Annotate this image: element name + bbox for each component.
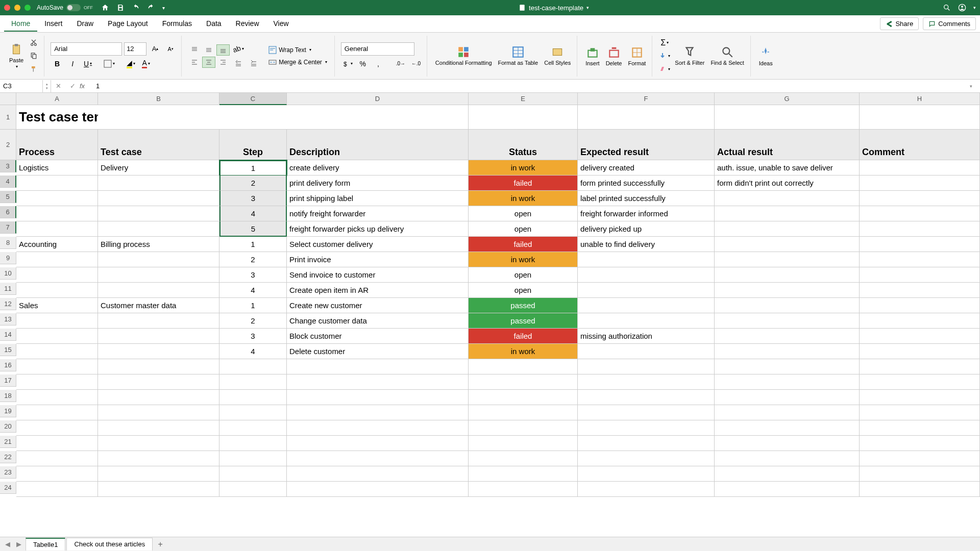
column-header[interactable]: A <box>16 93 98 105</box>
cell[interactable]: Sales <box>16 298 98 313</box>
cell[interactable] <box>469 374 578 390</box>
cell[interactable] <box>287 374 469 390</box>
cell[interactable] <box>715 374 860 390</box>
cell[interactable] <box>860 237 980 252</box>
cell[interactable]: in work <box>469 191 578 206</box>
delete-cells-button[interactable]: Delete <box>604 45 624 67</box>
search-icon[interactable] <box>943 4 951 12</box>
cell[interactable] <box>715 436 860 451</box>
row-header[interactable]: 1 <box>0 105 16 130</box>
cell[interactable]: unable to find delivery <box>578 237 715 252</box>
cell[interactable] <box>860 267 980 283</box>
cell[interactable] <box>287 451 469 466</box>
cell[interactable] <box>287 390 469 405</box>
decrease-decimal-button[interactable]: ←.0 <box>409 58 423 70</box>
autosave-toggle[interactable]: AutoSave OFF <box>37 4 93 11</box>
close-window-button[interactable] <box>4 5 10 11</box>
cell[interactable]: Test case template <box>16 105 98 130</box>
row-header[interactable]: 8 <box>0 237 16 249</box>
row-header[interactable]: 11 <box>0 283 16 295</box>
cell[interactable]: Accounting <box>16 237 98 252</box>
cell[interactable] <box>219 451 287 466</box>
cell[interactable]: in work <box>469 160 578 176</box>
cell[interactable] <box>578 105 715 130</box>
cell[interactable]: Print invoice <box>287 252 469 267</box>
header-cell[interactable]: Description <box>287 130 469 160</box>
decrease-font-button[interactable]: A▾ <box>164 43 177 55</box>
row-header[interactable]: 14 <box>0 329 16 341</box>
cell[interactable]: freight forwarder picks up delivery <box>287 221 469 237</box>
cell[interactable]: 4 <box>219 283 287 298</box>
cancel-formula-button[interactable]: ✕ <box>51 82 65 90</box>
row-header[interactable]: 3 <box>0 160 16 172</box>
cell[interactable] <box>578 344 715 359</box>
paste-button[interactable]: Paste ▾ <box>7 42 26 70</box>
cell[interactable]: create delivery <box>287 160 469 176</box>
row-header[interactable]: 9 <box>0 252 16 264</box>
cell[interactable] <box>860 405 980 420</box>
align-middle-button[interactable] <box>202 44 215 56</box>
cell[interactable] <box>715 359 860 374</box>
cell[interactable]: 4 <box>219 344 287 359</box>
minimize-window-button[interactable] <box>14 5 20 11</box>
cell[interactable] <box>16 390 98 405</box>
cell[interactable]: in work <box>469 252 578 267</box>
cell[interactable] <box>578 374 715 390</box>
cell[interactable] <box>98 267 219 283</box>
format-as-table-button[interactable]: Format as Table <box>496 44 541 67</box>
cell[interactable]: missing authorization <box>578 329 715 344</box>
cell[interactable] <box>98 420 219 436</box>
align-top-button[interactable] <box>188 44 201 56</box>
cell[interactable] <box>860 160 980 176</box>
cell[interactable] <box>98 283 219 298</box>
cell[interactable]: Change customer data <box>287 313 469 329</box>
cell[interactable] <box>98 191 219 206</box>
row-header[interactable]: 24 <box>0 482 16 494</box>
save-icon[interactable] <box>116 4 125 12</box>
cell[interactable] <box>16 374 98 390</box>
find-select-button[interactable]: Find & Select <box>708 44 746 67</box>
cell[interactable] <box>715 221 860 237</box>
cell[interactable] <box>860 313 980 329</box>
bold-button[interactable]: B <box>51 58 64 70</box>
cell[interactable] <box>860 451 980 466</box>
align-center-button[interactable] <box>202 57 215 68</box>
row-header[interactable]: 12 <box>0 298 16 310</box>
cell[interactable]: print delivery form <box>287 176 469 191</box>
cell[interactable] <box>16 283 98 298</box>
cell[interactable] <box>715 237 860 252</box>
cell[interactable] <box>469 105 578 130</box>
cell[interactable] <box>578 420 715 436</box>
cut-button[interactable] <box>28 37 40 48</box>
cell[interactable]: Delete customer <box>287 344 469 359</box>
cell[interactable]: failed <box>469 176 578 191</box>
enter-formula-button[interactable]: ✓ <box>65 82 80 90</box>
cell[interactable]: 2 <box>219 252 287 267</box>
cell[interactable] <box>16 344 98 359</box>
cell[interactable] <box>98 313 219 329</box>
cell-styles-button[interactable]: Cell Styles <box>542 44 573 67</box>
cell[interactable] <box>860 206 980 221</box>
cell[interactable] <box>860 176 980 191</box>
undo-icon[interactable] <box>132 4 140 12</box>
ideas-button[interactable]: Ideas <box>757 45 775 67</box>
cell[interactable] <box>860 105 980 130</box>
menu-insert[interactable]: Insert <box>37 16 69 32</box>
cell[interactable]: Block customer <box>287 329 469 344</box>
column-header[interactable]: G <box>715 93 860 105</box>
cell[interactable]: Create new customer <box>287 298 469 313</box>
row-header[interactable]: 10 <box>0 267 16 280</box>
align-bottom-button[interactable] <box>216 44 230 56</box>
conditional-formatting-button[interactable]: Conditional Formatting <box>433 44 494 67</box>
cell[interactable]: 2 <box>219 313 287 329</box>
cell[interactable] <box>715 206 860 221</box>
header-cell[interactable]: Status <box>469 130 578 160</box>
formula-input[interactable]: 1 <box>92 82 970 90</box>
cell[interactable] <box>469 436 578 451</box>
cell[interactable] <box>287 436 469 451</box>
cell[interactable] <box>860 221 980 237</box>
cell[interactable] <box>578 390 715 405</box>
cell[interactable]: in work <box>469 344 578 359</box>
cell[interactable]: notify freight forwarder <box>287 206 469 221</box>
cell[interactable] <box>715 466 860 482</box>
